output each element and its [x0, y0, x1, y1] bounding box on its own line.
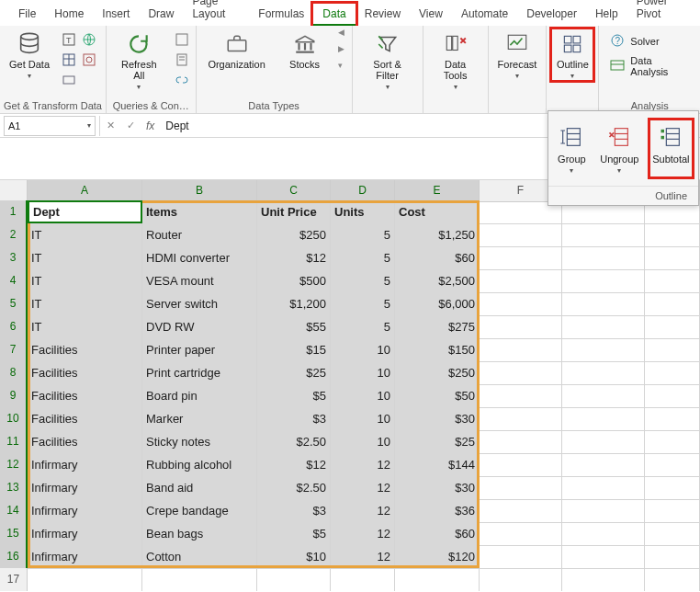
tab-draw[interactable]: Draw	[139, 4, 183, 26]
solver-button[interactable]: ? Solver	[610, 33, 689, 50]
tab-help[interactable]: Help	[586, 4, 627, 26]
stocks-button[interactable]: Stocks	[277, 28, 333, 72]
row-header[interactable]: 13	[0, 476, 28, 500]
cell[interactable]	[645, 292, 700, 316]
column-header[interactable]: A	[28, 180, 142, 202]
tab-file[interactable]: File	[9, 4, 45, 26]
cell[interactable]	[645, 476, 700, 500]
cell[interactable]	[480, 292, 562, 316]
cell[interactable]	[645, 361, 700, 385]
cell[interactable]	[331, 568, 395, 591]
cell[interactable]	[480, 453, 562, 477]
cell[interactable]	[142, 568, 257, 591]
row-header[interactable]: 14	[0, 499, 28, 523]
cell[interactable]: $250	[395, 361, 480, 385]
organization-button[interactable]: Organization	[200, 28, 274, 72]
edit-links-icon[interactable]	[174, 72, 190, 88]
cell[interactable]: $5	[257, 522, 331, 546]
cell[interactable]: Router	[142, 223, 257, 247]
cell[interactable]: HDMI converter	[142, 246, 257, 270]
cell[interactable]: $25	[395, 430, 480, 454]
cell[interactable]: $55	[257, 315, 331, 339]
cell[interactable]	[645, 315, 700, 339]
cell[interactable]: 5	[331, 292, 395, 316]
cell[interactable]: $2.50	[257, 476, 331, 500]
cell[interactable]: Marker	[142, 407, 257, 431]
name-box[interactable]: A1 ▾	[4, 116, 96, 136]
cell[interactable]: Crepe bandage	[142, 499, 257, 523]
cell[interactable]	[480, 384, 562, 408]
cell[interactable]	[645, 338, 700, 362]
row-header[interactable]: 6	[0, 315, 28, 339]
cell[interactable]: Infirmary	[28, 453, 142, 477]
forecast-button[interactable]: Forecast ▾	[492, 28, 543, 82]
tab-automate[interactable]: Automate	[452, 4, 517, 26]
tab-page-layout[interactable]: Page Layout	[183, 0, 249, 26]
cell[interactable]: 12	[331, 522, 395, 546]
cell[interactable]: Band aid	[142, 476, 257, 500]
tab-developer[interactable]: Developer	[517, 4, 586, 26]
cell[interactable]: $3	[257, 407, 331, 431]
tab-formulas[interactable]: Formulas	[249, 4, 313, 26]
group-button[interactable]: Group ▾	[553, 119, 590, 178]
cell[interactable]	[28, 568, 142, 591]
cell[interactable]	[480, 568, 562, 591]
row-header[interactable]: 11	[0, 430, 28, 454]
cell[interactable]	[645, 499, 700, 523]
cell[interactable]: Server switch	[142, 292, 257, 316]
ungroup-button[interactable]: Ungroup ▾	[596, 119, 642, 178]
cell[interactable]	[645, 453, 700, 477]
cell[interactable]: 5	[331, 269, 395, 293]
cell[interactable]	[395, 568, 480, 591]
cell[interactable]	[645, 269, 700, 293]
cell[interactable]: 12	[331, 499, 395, 523]
cell[interactable]: 12	[331, 453, 395, 477]
row-header[interactable]: 10	[0, 407, 28, 431]
cell[interactable]: $144	[395, 453, 480, 477]
tab-view[interactable]: View	[410, 4, 452, 26]
cell[interactable]: $60	[395, 522, 480, 546]
cell[interactable]: Print cartridge	[142, 361, 257, 385]
accept-formula-icon[interactable]: ✓	[120, 116, 141, 136]
cell[interactable]: $275	[395, 315, 480, 339]
cell[interactable]: 10	[331, 361, 395, 385]
cell[interactable]: IT	[28, 292, 142, 316]
cell[interactable]	[480, 361, 562, 385]
cell[interactable]: $1,200	[257, 292, 331, 316]
cell[interactable]: Facilities	[28, 384, 142, 408]
cell[interactable]	[562, 338, 645, 362]
cell[interactable]: Cost	[395, 200, 480, 224]
row-header[interactable]: 12	[0, 453, 28, 477]
cell[interactable]: 10	[331, 407, 395, 431]
cell[interactable]: $30	[395, 407, 480, 431]
cell[interactable]	[562, 384, 645, 408]
column-header[interactable]: B	[142, 180, 257, 202]
cell[interactable]	[562, 223, 645, 247]
row-header[interactable]: 17	[0, 568, 28, 591]
from-table-icon[interactable]	[61, 51, 77, 68]
cell[interactable]	[645, 223, 700, 247]
cell[interactable]: $500	[257, 269, 331, 293]
sort-filter-button[interactable]: Sort & Filter ▾	[356, 28, 419, 93]
cell[interactable]	[562, 499, 645, 523]
tab-home[interactable]: Home	[45, 4, 93, 26]
column-header[interactable]: C	[257, 180, 331, 202]
cell[interactable]: Sticky notes	[142, 430, 257, 454]
cell[interactable]	[645, 430, 700, 454]
row-header[interactable]: 16	[0, 545, 28, 569]
cell[interactable]: 10	[331, 430, 395, 454]
cell[interactable]	[645, 522, 700, 546]
cell[interactable]: $36	[395, 499, 480, 523]
cell[interactable]: $25	[257, 361, 331, 385]
cell[interactable]: $60	[395, 246, 480, 270]
cell[interactable]: 5	[331, 315, 395, 339]
cell[interactable]	[480, 430, 562, 454]
cell[interactable]	[562, 361, 645, 385]
cell[interactable]	[480, 522, 562, 546]
cell[interactable]: $5	[257, 384, 331, 408]
row-header[interactable]: 5	[0, 292, 28, 316]
cell[interactable]	[562, 545, 645, 569]
data-tools-button[interactable]: Data Tools ▾	[427, 28, 484, 93]
row-header[interactable]: 2	[0, 223, 28, 247]
cell[interactable]: VESA mount	[142, 269, 257, 293]
